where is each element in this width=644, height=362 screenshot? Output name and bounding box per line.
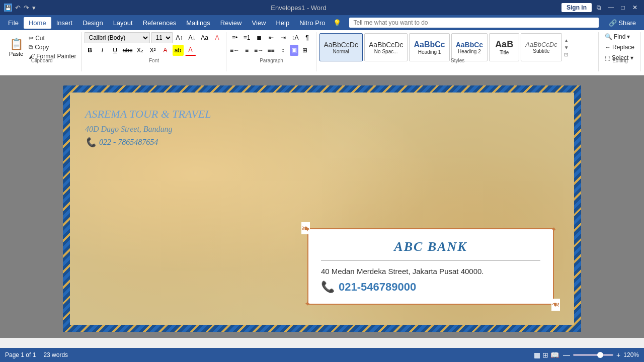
style-title-preview: AaB [495, 39, 513, 50]
replace-button[interactable]: ↔ Replace [602, 43, 637, 52]
zoom-out-button[interactable]: — [563, 351, 570, 359]
increase-indent-button[interactable]: ⇥ [278, 32, 289, 43]
numbering-button[interactable]: ≡1 [242, 32, 253, 43]
paste-label: Paste [9, 51, 23, 57]
title-bar: 💾 ↶ ↷ ▾ Envelopes1 - Word Sign in ⧉ — □ … [0, 0, 644, 15]
text-highlight-button[interactable]: ab [173, 45, 184, 56]
sender-info: ASREMA TOUR & TRAVEL 40D Dago Street, Ba… [85, 108, 211, 148]
ribbon: 📋 Paste ✂ Cut ⧉ Copy 🖌 Format Painter Cl… [0, 30, 644, 75]
word-count: 23 words [43, 351, 68, 358]
document-area: ASREMA TOUR & TRAVEL 40D Dago Street, Ba… [0, 75, 644, 338]
styles-expand[interactable]: ⊡ [564, 51, 570, 58]
menu-review[interactable]: Review [215, 17, 247, 29]
undo-button[interactable]: ↶ [15, 4, 21, 12]
align-center-button[interactable]: ≡ [242, 45, 253, 56]
font-section-label: Font [83, 58, 226, 63]
menu-home[interactable]: Home [24, 17, 51, 29]
redo-button[interactable]: ↷ [24, 4, 29, 12]
find-button[interactable]: 🔍 Find ▾ [602, 32, 637, 41]
recipient-phone-icon: 📞 [321, 281, 335, 294]
minimize-button[interactable]: — [606, 3, 616, 13]
copy-button[interactable]: ⧉ Copy [27, 43, 77, 51]
styles-scroll-up[interactable]: ▲ [564, 37, 570, 44]
style-normal-button[interactable]: AaBbCcDc Normal [319, 33, 363, 61]
zoom-slider[interactable] [573, 354, 613, 356]
zoom-handle[interactable] [597, 352, 603, 358]
clipboard-section-label: Clipboard [3, 58, 81, 63]
share-button[interactable]: 🔗 Share [604, 17, 641, 29]
menu-design[interactable]: Design [77, 17, 108, 29]
zoom-in-button[interactable]: + [616, 351, 620, 359]
font-size-select[interactable]: 11 [151, 32, 173, 43]
menu-nitro[interactable]: Nitro Pro [294, 17, 330, 29]
style-title-button[interactable]: AaB Title [489, 33, 519, 61]
align-left-button[interactable]: ≡← [229, 45, 240, 56]
sign-in-button[interactable]: Sign in [561, 3, 592, 12]
font-row2: B I U abc X₂ X² A ab A [85, 45, 223, 56]
superscript-button[interactable]: X² [147, 45, 158, 56]
style-subtitle-label: Subtitle [533, 48, 549, 54]
paste-icon: 📋 [10, 38, 23, 51]
clipboard-group: 📋 Paste ✂ Cut ⧉ Copy 🖌 Format Painter Cl… [3, 32, 82, 71]
italic-button[interactable]: I [97, 45, 108, 56]
recipient-box: ✦ ✦ ✦ ✦ ABC BANK 40 Medan Merdeka Street… [307, 228, 554, 305]
shading-button[interactable]: ▣ [290, 45, 298, 56]
change-case-button[interactable]: Aa [199, 32, 210, 43]
style-nospace-button[interactable]: AaBbCcDc No Spac... [364, 33, 408, 61]
sender-company: ASREMA TOUR & TRAVEL [85, 108, 211, 121]
web-layout-icon[interactable]: ⊞ [542, 351, 548, 359]
multilevel-list-button[interactable]: ≣ [254, 32, 265, 43]
text-effects-button[interactable]: A [160, 45, 171, 56]
menu-view[interactable]: View [247, 17, 271, 29]
paragraph-section-label: Paragraph [227, 58, 316, 63]
font-color-button[interactable]: A [185, 45, 196, 56]
envelope-inner[interactable]: ASREMA TOUR & TRAVEL 40D Dago Street, Ba… [70, 93, 574, 325]
menu-mailings[interactable]: Mailings [181, 17, 215, 29]
menu-help[interactable]: Help [271, 17, 294, 29]
justify-button[interactable]: ≡≡ [266, 45, 277, 56]
corner-tl-icon: ✦ [304, 225, 310, 233]
styles-scroll-down[interactable]: ▼ [564, 44, 570, 51]
close-button[interactable]: ✕ [630, 3, 640, 13]
read-mode-icon[interactable]: 📖 [550, 351, 559, 359]
view-icons: ▦ ⊞ 📖 [534, 351, 559, 359]
align-right-button[interactable]: ≡→ [254, 45, 265, 56]
status-left: Page 1 of 1 23 words [5, 351, 68, 358]
style-heading2-button[interactable]: AaBbCc Heading 2 [451, 33, 488, 61]
cut-button[interactable]: ✂ Cut [27, 34, 77, 42]
grow-font-button[interactable]: A↑ [174, 32, 185, 43]
print-layout-icon[interactable]: ▦ [534, 351, 540, 359]
menu-layout[interactable]: Layout [108, 17, 138, 29]
customize-qat-button[interactable]: ▾ [32, 4, 36, 12]
menu-bar: File Home Insert Design Layout Reference… [0, 15, 644, 30]
status-right: ▦ ⊞ 📖 — + 120% [534, 351, 639, 359]
sort-button[interactable]: ↕A [290, 32, 301, 43]
maximize-button[interactable]: □ [618, 3, 628, 13]
editing-controls: 🔍 Find ▾ ↔ Replace ⬚ Select ▾ [602, 32, 637, 71]
bold-button[interactable]: B [85, 45, 96, 56]
style-heading1-button[interactable]: AaBbCc Heading 1 [409, 33, 449, 61]
menu-insert[interactable]: Insert [51, 17, 78, 29]
restore-down-icon[interactable]: ⧉ [594, 3, 604, 13]
cut-label: Cut [35, 35, 45, 42]
styles-section-label: Styles [317, 58, 598, 63]
font-family-select[interactable]: Calibri (Body) [85, 32, 150, 43]
decrease-indent-button[interactable]: ⇤ [266, 32, 277, 43]
bullets-button[interactable]: ≡• [229, 32, 240, 43]
borders-button[interactable]: ⊞ [299, 45, 310, 56]
menu-file[interactable]: File [3, 17, 24, 29]
underline-button[interactable]: U [110, 45, 121, 56]
ribbon-content: 📋 Paste ✂ Cut ⧉ Copy 🖌 Format Painter Cl… [3, 32, 641, 73]
tell-me-input[interactable] [349, 18, 598, 28]
save-icon[interactable]: 💾 [4, 4, 12, 12]
style-h2-label: Heading 2 [458, 49, 481, 54]
subscript-button[interactable]: X₂ [135, 45, 146, 56]
clear-format-button[interactable]: A [212, 32, 223, 43]
shrink-font-button[interactable]: A↓ [187, 32, 198, 43]
strikethrough-button[interactable]: abc [122, 45, 133, 56]
menu-references[interactable]: References [138, 17, 181, 29]
show-formatting-button[interactable]: ¶ [302, 32, 313, 43]
style-subtitle-button[interactable]: AaBbCcDc Subtitle [521, 33, 562, 61]
style-subtitle-preview: AaBbCcDc [525, 41, 557, 48]
line-spacing-button[interactable]: ↕ [278, 45, 289, 56]
